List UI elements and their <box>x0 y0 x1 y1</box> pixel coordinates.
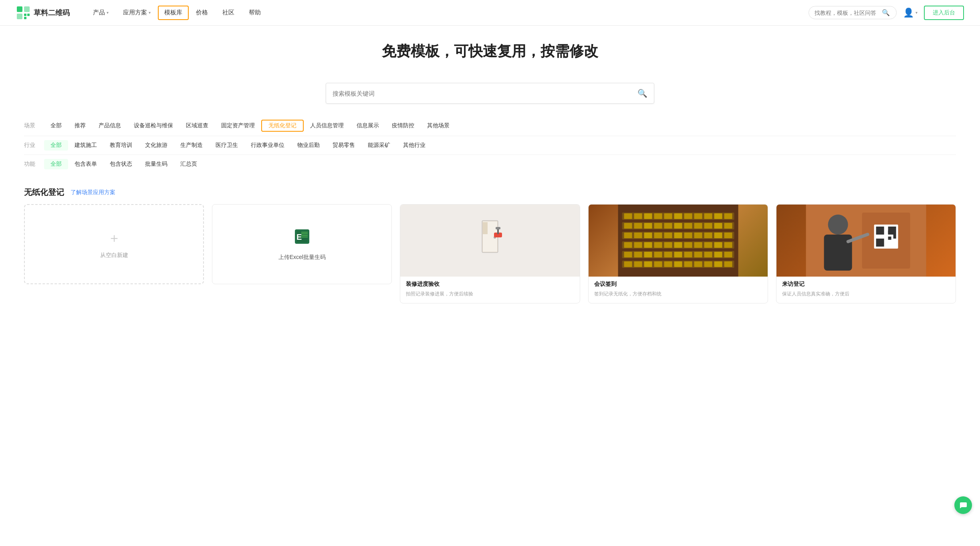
nav-solution[interactable]: 应用方案 ▾ <box>116 0 158 26</box>
header: 草料二维码 产品 ▾ 应用方案 ▾ 模板库 价格 社区 帮助 🔍 👤 ▾ <box>0 0 980 26</box>
svg-rect-91 <box>714 261 722 267</box>
filters-section: 场景 全部 推荐 产品信息 设备巡检与维保 区域巡查 固定资产管理 无纸化登记 … <box>0 116 980 177</box>
enter-backend-button[interactable]: 进入后台 <box>924 6 964 20</box>
svg-rect-79 <box>714 252 722 257</box>
function-filter-label: 功能 <box>24 161 44 168</box>
logo[interactable]: 草料二维码 <box>16 6 70 20</box>
svg-rect-92 <box>724 261 732 267</box>
filter-industry-manufacturing[interactable]: 生产制造 <box>174 140 209 151</box>
filter-industry-retail[interactable]: 贸易零售 <box>326 140 361 151</box>
card-renovation-desc: 拍照记录装修进展，方便后续验 <box>406 290 574 297</box>
svg-rect-101 <box>888 231 891 234</box>
svg-rect-62 <box>664 242 672 248</box>
filter-industry-government[interactable]: 行政事业单位 <box>244 140 291 151</box>
filter-function-batch[interactable]: 批量生码 <box>139 159 174 169</box>
hero-title: 免费模板，可快速复用，按需修改 <box>0 42 980 61</box>
card-visitor-title: 来访登记 <box>782 281 950 288</box>
card-conference[interactable]: 会议签到 签到记录无纸化，方便存档和统 <box>588 204 768 303</box>
filter-industry-construction[interactable]: 建筑施工 <box>68 140 103 151</box>
filter-scene-paperless[interactable]: 无纸化登记 <box>261 120 304 132</box>
svg-rect-23 <box>634 213 642 219</box>
svg-rect-77 <box>694 252 702 257</box>
card-excel-upload[interactable]: E 上传Excel批量生码 <box>212 204 392 284</box>
svg-rect-68 <box>724 242 732 248</box>
svg-rect-74 <box>664 252 672 257</box>
filter-scene-product-info[interactable]: 产品信息 <box>92 120 127 131</box>
svg-rect-103 <box>893 235 896 239</box>
logo-icon <box>16 6 30 20</box>
svg-rect-40 <box>684 223 692 229</box>
section-title-area: 无纸化登记 了解场景应用方案 <box>0 177 980 204</box>
svg-rect-65 <box>694 242 702 248</box>
template-search-input[interactable] <box>333 90 637 97</box>
svg-rect-86 <box>664 261 672 267</box>
filter-industry-education[interactable]: 教育培训 <box>103 140 139 151</box>
svg-rect-73 <box>654 252 662 257</box>
svg-rect-58 <box>624 242 632 248</box>
template-search-bar[interactable]: 🔍 <box>326 83 654 104</box>
filter-scene-display[interactable]: 信息展示 <box>350 120 385 131</box>
filter-industry-other[interactable]: 其他行业 <box>397 140 432 151</box>
svg-rect-54 <box>704 233 712 238</box>
header-search-box[interactable]: 🔍 <box>809 6 897 19</box>
hero-section: 免费模板，可快速复用，按需修改 <box>0 26 980 73</box>
svg-rect-78 <box>704 252 712 257</box>
filter-industry-mining[interactable]: 能源采矿 <box>361 140 397 151</box>
svg-rect-46 <box>624 233 632 238</box>
svg-rect-44 <box>724 223 732 229</box>
svg-rect-90 <box>704 261 712 267</box>
svg-rect-17 <box>497 229 499 234</box>
svg-rect-55 <box>714 233 722 238</box>
nav-product[interactable]: 产品 ▾ <box>86 0 116 26</box>
nav-help[interactable]: 帮助 <box>242 0 268 26</box>
search-bar-wrap: 🔍 <box>0 83 980 104</box>
svg-rect-89 <box>694 261 702 267</box>
svg-rect-102 <box>888 237 891 240</box>
svg-rect-71 <box>634 252 642 257</box>
filter-scene-recommended[interactable]: 推荐 <box>68 120 92 131</box>
filter-scene-patrol[interactable]: 区域巡查 <box>179 120 215 131</box>
filter-function-form[interactable]: 包含表单 <box>68 159 103 169</box>
search-icon[interactable]: 🔍 <box>882 9 890 16</box>
user-area[interactable]: 👤 ▾ <box>903 8 917 18</box>
svg-rect-34 <box>624 223 632 229</box>
filter-function-summary[interactable]: 汇总页 <box>174 159 204 169</box>
card-visitor[interactable]: 来访登记 保证人员信息真实准确，方便后 <box>776 204 956 303</box>
filter-scene-other[interactable]: 其他场景 <box>421 120 456 131</box>
svg-rect-24 <box>644 213 652 219</box>
filter-scene-all[interactable]: 全部 <box>44 120 68 131</box>
filter-scene-inspection[interactable]: 设备巡检与维保 <box>127 120 179 131</box>
nav-pricing[interactable]: 价格 <box>189 0 215 26</box>
nav-community[interactable]: 社区 <box>215 0 242 26</box>
filter-scene-epidemic[interactable]: 疫情防控 <box>385 120 421 131</box>
filter-scene-assets[interactable]: 固定资产管理 <box>215 120 261 131</box>
svg-rect-53 <box>694 233 702 238</box>
svg-rect-82 <box>624 261 632 267</box>
svg-rect-67 <box>714 242 722 248</box>
svg-rect-41 <box>694 223 702 229</box>
card-new-blank[interactable]: ＋ 从空白新建 <box>24 204 204 284</box>
filter-industry-tourism[interactable]: 文化旅游 <box>139 140 174 151</box>
section-learn-more-link[interactable]: 了解场景应用方案 <box>71 189 115 196</box>
filter-scene-personnel[interactable]: 人员信息管理 <box>304 120 350 131</box>
header-search-input[interactable] <box>815 10 879 16</box>
svg-rect-48 <box>644 233 652 238</box>
filter-function-all[interactable]: 全部 <box>44 159 68 169</box>
filter-industry-medical[interactable]: 医疗卫生 <box>209 140 244 151</box>
svg-rect-83 <box>634 261 642 267</box>
svg-rect-18 <box>496 227 500 229</box>
svg-rect-30 <box>704 213 712 219</box>
card-visitor-image <box>776 205 956 277</box>
svg-rect-47 <box>634 233 642 238</box>
svg-rect-31 <box>714 213 722 219</box>
filter-industry-all[interactable]: 全部 <box>44 140 68 151</box>
svg-rect-56 <box>724 233 732 238</box>
svg-rect-37 <box>654 223 662 229</box>
chevron-down-icon: ▾ <box>107 10 109 15</box>
nav-templates[interactable]: 模板库 <box>158 6 189 20</box>
filter-industry-property[interactable]: 物业后勤 <box>291 140 326 151</box>
filter-function-status[interactable]: 包含状态 <box>103 159 139 169</box>
card-renovation[interactable]: 装修进度验收 拍照记录装修进展，方便后续验 <box>400 204 580 303</box>
svg-rect-66 <box>704 242 712 248</box>
search-icon[interactable]: 🔍 <box>637 88 647 98</box>
